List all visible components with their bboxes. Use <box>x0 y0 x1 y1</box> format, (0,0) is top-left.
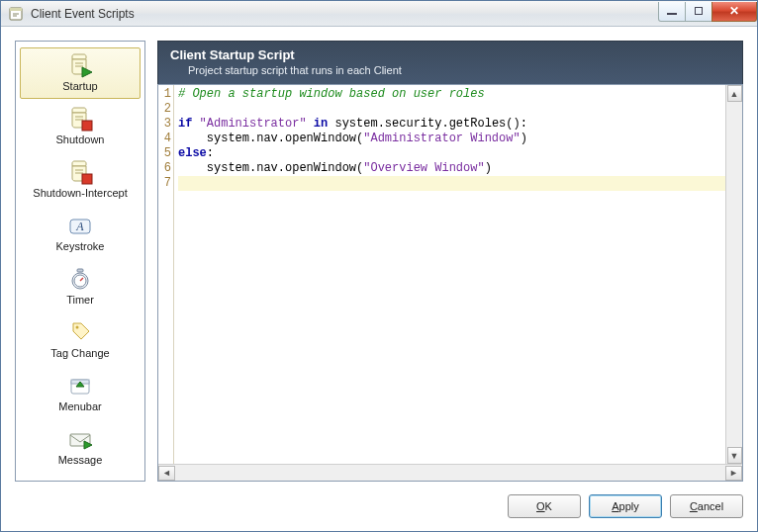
keystroke-icon <box>67 213 93 238</box>
sidebar-item-label: Startup <box>62 80 97 92</box>
app-icon <box>9 6 25 22</box>
code-line[interactable] <box>178 102 185 116</box>
sidebar-item-shutdown[interactable]: Shutdown <box>20 101 141 152</box>
dialog-window: Client Event Scripts ✕ Startup Shutdown … <box>0 0 758 532</box>
scroll-right-icon[interactable]: ► <box>725 466 742 481</box>
horizontal-scrollbar[interactable]: ◄ ► <box>158 464 742 481</box>
sidebar-item-label: Shutdown-Intercept <box>33 187 127 199</box>
main-panel: Client Startup Script Project startup sc… <box>157 41 743 482</box>
code-area[interactable]: # Open a startup window based on user ro… <box>174 85 725 464</box>
scroll-up-icon[interactable]: ▲ <box>727 85 742 102</box>
code-line[interactable]: # Open a startup window based on user ro… <box>178 87 485 101</box>
sidebar-item-label: Keystroke <box>56 240 105 252</box>
panel-subtitle: Project startup script that runs in each… <box>170 64 730 76</box>
tag-icon <box>67 319 93 345</box>
titlebar: Client Event Scripts ✕ <box>1 1 757 27</box>
code-line[interactable]: system.nav.openWindow("Overview Window") <box>178 161 492 175</box>
sidebar-item-label: Tag Change <box>50 347 109 359</box>
sidebar-item-startup[interactable]: Startup <box>20 47 141 99</box>
panel-title: Client Startup Script <box>170 47 730 62</box>
apply-button[interactable]: Apply <box>589 494 662 518</box>
close-icon: ✕ <box>729 4 739 18</box>
dialog-body: Startup Shutdown Shutdown-Intercept Keys… <box>1 27 757 531</box>
code-line[interactable]: system.nav.openWindow("Administrator Win… <box>178 132 527 145</box>
category-sidebar: Startup Shutdown Shutdown-Intercept Keys… <box>15 41 145 482</box>
menubar-icon <box>67 373 93 399</box>
sidebar-item-message[interactable]: Message <box>20 421 141 473</box>
vertical-scrollbar[interactable]: ▲ ▼ <box>725 85 742 464</box>
ok-button[interactable]: OK <box>508 494 581 518</box>
code-line[interactable] <box>178 176 725 191</box>
code-editor[interactable]: 1234567 # Open a startup window based on… <box>157 84 743 482</box>
window-title: Client Event Scripts <box>31 7 659 21</box>
sidebar-item-label: Message <box>58 454 103 466</box>
scroll-down-icon[interactable]: ▼ <box>727 447 742 464</box>
sidebar-item-label: Timer <box>66 294 94 306</box>
line-gutter: 1234567 <box>158 85 174 464</box>
close-button[interactable]: ✕ <box>711 2 757 22</box>
sidebar-item-tag-change[interactable]: Tag Change <box>20 314 141 366</box>
content-area: Startup Shutdown Shutdown-Intercept Keys… <box>15 41 743 482</box>
svg-rect-1 <box>10 8 22 11</box>
scroll-left-icon[interactable]: ◄ <box>158 466 175 481</box>
panel-header: Client Startup Script Project startup sc… <box>157 41 743 84</box>
minimize-button[interactable] <box>658 2 686 22</box>
minimize-icon <box>667 13 677 15</box>
code-line[interactable]: else: <box>178 146 214 160</box>
sidebar-item-timer[interactable]: Timer <box>20 261 141 312</box>
sidebar-item-shutdown-intercept[interactable]: Shutdown-Intercept <box>20 154 141 206</box>
sidebar-item-label: Shutdown <box>56 133 105 145</box>
cancel-button[interactable]: Cancel <box>670 494 743 518</box>
timer-icon <box>67 266 93 292</box>
sidebar-item-keystroke[interactable]: Keystroke <box>20 208 141 259</box>
message-icon <box>67 426 93 452</box>
sidebar-item-label: Menubar <box>58 400 101 412</box>
dialog-footer: OK Apply Cancel <box>15 482 743 521</box>
script-run-icon <box>67 52 93 78</box>
maximize-button[interactable] <box>685 2 712 22</box>
code-line[interactable]: if "Administrator" in system.security.ge… <box>178 117 527 131</box>
script-stop-icon <box>67 159 93 185</box>
maximize-icon <box>695 7 703 15</box>
window-controls: ✕ <box>659 2 757 22</box>
sidebar-item-menubar[interactable]: Menubar <box>20 368 141 419</box>
script-stop-icon <box>67 106 93 132</box>
